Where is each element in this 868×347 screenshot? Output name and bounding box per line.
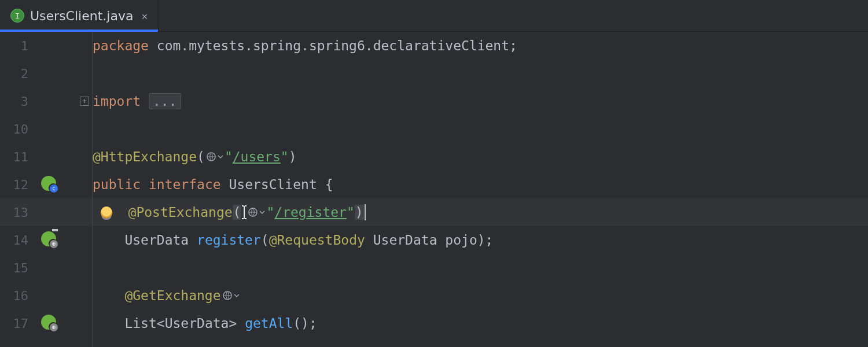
caret (365, 204, 366, 220)
line-number: 15 (11, 261, 28, 275)
code-line[interactable] (93, 60, 868, 87)
code-line[interactable] (93, 115, 868, 143)
code-editor: 1 2 3 + 10 11 12 c 13 14 ⊕ 15 16 17 ⊕ pa… (0, 32, 868, 347)
line-number: 10 (11, 122, 28, 136)
line-number: 14 (11, 233, 28, 248)
code-area[interactable]: package com.mytests.spring.spring6.decla… (93, 32, 868, 347)
interface-file-icon: I (10, 9, 24, 23)
editor-tab-usersclient[interactable]: I UsersClient.java ✕ (0, 0, 159, 31)
code-line[interactable]: import ... (93, 87, 868, 115)
line-number: 16 (11, 289, 28, 303)
line-number: 17 (11, 316, 28, 331)
url-navigate-icon[interactable] (206, 152, 223, 162)
folded-region[interactable]: ... (149, 93, 181, 109)
caret-marker (52, 229, 58, 231)
chevron-down-icon[interactable] (259, 209, 265, 215)
tab-bar: I UsersClient.java ✕ (0, 0, 868, 32)
code-line[interactable]: public interface UsersClient { (93, 171, 868, 198)
line-number: 2 (11, 67, 28, 81)
line-number: 13 (11, 205, 28, 220)
code-line[interactable]: UserData register(@RequestBody UserData … (93, 226, 868, 254)
gutter: 1 2 3 + 10 11 12 c 13 14 ⊕ 15 16 17 ⊕ (0, 32, 93, 347)
chevron-down-icon[interactable] (218, 154, 223, 160)
code-line[interactable]: List<UserData> getAll(); (93, 309, 868, 337)
url-navigate-icon[interactable] (222, 290, 240, 301)
code-line[interactable]: @GetExchange (93, 282, 868, 309)
spring-bean-icon[interactable]: c (41, 176, 56, 194)
url-navigate-icon[interactable] (248, 207, 265, 217)
intention-bulb-icon[interactable] (101, 206, 112, 218)
spring-web-icon[interactable]: ⊕ (41, 315, 56, 333)
line-number: 11 (11, 150, 28, 164)
text-cursor-icon (240, 204, 248, 220)
code-line[interactable]: package com.mytests.spring.spring6.decla… (93, 32, 868, 60)
spring-web-icon[interactable]: ⊕ (41, 231, 56, 249)
line-number: 3 (11, 94, 28, 109)
code-line-current[interactable]: @PostExchange("/register") (93, 198, 868, 226)
close-tab-icon[interactable]: ✕ (141, 10, 148, 22)
chevron-down-icon[interactable] (234, 293, 240, 298)
line-number: 1 (11, 39, 28, 53)
code-line[interactable] (93, 254, 868, 282)
tab-label: UsersClient.java (30, 9, 133, 23)
line-number: 12 (11, 178, 28, 192)
fold-expand-icon[interactable]: + (80, 97, 89, 106)
code-line[interactable]: @HttpExchange("/users") (93, 143, 868, 171)
